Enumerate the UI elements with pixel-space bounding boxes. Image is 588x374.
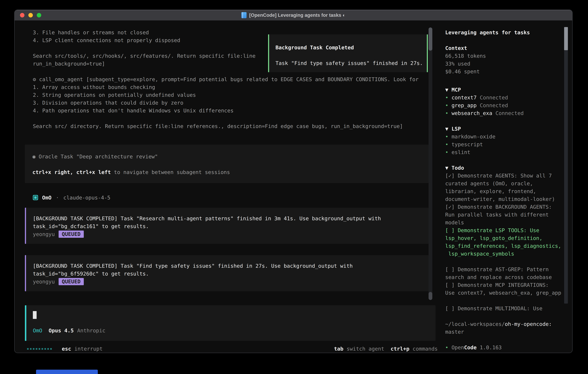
queued-badge: QUEUED [59, 230, 84, 238]
todo-line-active: lsp_hover, lsp_goto_definition, [445, 234, 572, 242]
todo-line-active: lsp_find_references, lsp_diagnostics, [445, 242, 572, 250]
tab-key-label: switch agent [346, 345, 384, 353]
window-titlebar[interactable]: [OpenCode] Leveraging agents for tasks ◐ [15, 10, 572, 21]
mcp-item: •grep_appConnected [445, 102, 572, 109]
activity-dot [27, 348, 29, 350]
status-dot-icon: • [445, 149, 448, 155]
minimize-window-button[interactable] [28, 13, 33, 18]
status-dot-icon: • [445, 344, 448, 350]
chevron-down-icon: ▼ [445, 87, 448, 93]
activity-dot [50, 348, 52, 350]
mcp-item: •context7Connected [445, 94, 572, 102]
message-line: [BACKGROUND TASK COMPLETED] Task "Resear… [33, 215, 429, 222]
gear-icon: ⚙ [33, 76, 39, 82]
oracle-task-title: ◉ Oracle Task "Deep architecture review" [32, 153, 429, 161]
status-dot-icon: • [445, 102, 448, 108]
input-agent-name: OmO [33, 327, 42, 334]
todo-line-done: curated agents (OmO, oracle, [445, 180, 572, 187]
esc-key-hint: esc [62, 345, 71, 353]
status-dot-icon: • [445, 110, 448, 116]
main-scrollbar[interactable] [429, 28, 432, 300]
opencode-window: [OpenCode] Leveraging agents for tasks ◐… [14, 10, 573, 353]
todo-line-done: models [445, 219, 572, 227]
status-dot-icon: • [445, 134, 448, 140]
workspace-branch: master [445, 328, 572, 336]
message-meta: yeongyu QUEUED [33, 278, 429, 285]
lsp-item: •eslint [445, 148, 572, 156]
sidebar: Leveraging agents for tasks Context 66,5… [444, 21, 572, 353]
spacer [445, 336, 572, 344]
agent-model: claude-opus-4-5 [63, 195, 110, 201]
spacer [25, 114, 444, 122]
todo-line-pending: search and replace across codebase [445, 273, 572, 281]
window-title: [OpenCode] Leveraging agents for tasks ◐ [241, 12, 345, 18]
context-tokens: 66,518 tokens [445, 52, 572, 60]
tool-call-line: ⚙ call_omo_agent [subagent_type=explore,… [25, 75, 444, 83]
status-dot-icon: • [445, 94, 448, 101]
message-line: task_id="bg_dcfac161" to get results. [33, 222, 429, 230]
oracle-task-card[interactable]: ◉ Oracle Task "Deep architecture review"… [25, 145, 429, 183]
main-scrollbar-thumb-bottom[interactable] [429, 292, 432, 300]
background-window-peek[interactable] [36, 370, 98, 374]
lsp-section-header[interactable]: ▼LSP [445, 125, 572, 133]
lsp-item: •typescript [445, 141, 572, 148]
agent-square-icon [33, 195, 38, 200]
activity-dots [27, 348, 53, 350]
desktop: [OpenCode] Leveraging agents for tasks ◐… [0, 0, 588, 374]
queued-badge: QUEUED [59, 278, 84, 285]
document-icon [241, 12, 247, 18]
prompt-input[interactable]: OmO Opus 4.5 Anthropic [25, 305, 435, 341]
session-title: Leveraging agents for tasks [445, 29, 572, 36]
status-dot-icon: • [445, 141, 448, 147]
workspace-path: ~/local-workspaces/oh-my-opencode: [445, 320, 572, 328]
notification-body: Task "Find type safety issues" finished … [275, 59, 427, 67]
agent-name: OmO [42, 195, 52, 201]
spacer [445, 36, 572, 44]
status-right: tab switch agent ctrl+p commands [334, 345, 438, 353]
context-used: 33% used [445, 60, 572, 68]
todo-line-pending: [ ] Demonstrate AST-GREP: Pattern [445, 266, 572, 273]
input-agent-row: OmO Opus 4.5 Anthropic [33, 327, 435, 334]
activity-dot [30, 348, 32, 350]
todo-line-pending: Use context7, websearch_exa, grep_app [445, 289, 572, 297]
text-cursor [33, 311, 37, 319]
context-heading: Context [445, 44, 572, 52]
traffic-lights [20, 13, 41, 18]
separator-dot: · [56, 195, 59, 201]
todo-line-done: [✓] Demonstrate BACKGROUND AGENTS: [445, 203, 572, 211]
background-task-message: [BACKGROUND TASK COMPLETED] Task "Resear… [25, 208, 429, 244]
tab-key-hint: tab [334, 345, 343, 353]
todo-line-active: [ ] Demonstrate LSP TOOLS: Use [445, 227, 572, 234]
mcp-section-header[interactable]: ▼MCP [445, 86, 572, 94]
shortcut-keys: ctrl+x right, ctrl+x left [32, 169, 111, 175]
close-window-button[interactable] [20, 13, 24, 18]
todo-section-header[interactable]: ▼Todo [445, 164, 572, 172]
background-task-message: [BACKGROUND TASK COMPLETED] Task "Find t… [25, 255, 429, 291]
sidebar-scrollbar[interactable] [564, 27, 568, 303]
fisheye-icon: ◉ [32, 154, 39, 159]
activity-dot [33, 348, 34, 350]
lsp-item: •markdown-oxide [445, 133, 572, 141]
todo-line-done: document-writer, multimodal-looker) [445, 195, 572, 203]
status-bar: esc interrupt tab switch agent ctrl+p co… [27, 345, 438, 353]
sidebar-scrollbar-thumb[interactable] [564, 27, 568, 50]
terminal-line: Search src/ directory. Return specific f… [25, 122, 444, 130]
mcp-item: •websearch_exaConnected [445, 109, 572, 117]
terminal-line: 3. Division operations that could divide… [25, 99, 444, 107]
chevron-down-icon: ▼ [445, 165, 448, 171]
spacer [445, 297, 572, 305]
background-task-notification[interactable]: Background Task Completed Task "Find typ… [268, 34, 428, 72]
activity-dot [39, 348, 40, 350]
message-line: task_id="bg_6f59260c" to get results. [33, 270, 429, 278]
todo-line-active: lsp_workspace_symbols [445, 250, 572, 258]
activity-dot [47, 348, 49, 350]
spacer [445, 258, 572, 266]
spacer [32, 161, 429, 168]
activity-dot [36, 348, 37, 350]
ctrlp-key-hint: ctrl+p [391, 345, 410, 353]
zoom-window-button[interactable] [37, 13, 41, 18]
message-meta: yeongyu QUEUED [33, 230, 429, 238]
notification-title: Background Task Completed [275, 44, 427, 52]
activity-dot [44, 348, 46, 350]
main-scrollbar-thumb[interactable] [429, 28, 432, 51]
